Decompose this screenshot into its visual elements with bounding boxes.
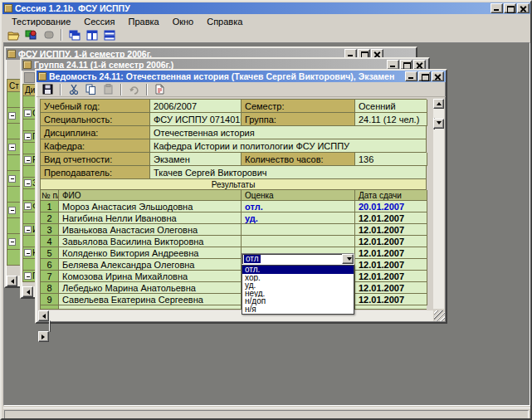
field-value[interactable]: Ткачев Сергей Викторович: [150, 166, 427, 179]
row-date[interactable]: 12.01.2007: [355, 247, 427, 259]
row-grade-editing[interactable]: [242, 224, 355, 236]
tree-cell[interactable]: [7, 92, 21, 108]
field-value[interactable]: 2006/2007: [150, 100, 242, 113]
scroll-down-icon[interactable]: [433, 119, 444, 129]
sheet-window[interactable]: Ведомость 24.11: Отечественная история (…: [35, 69, 447, 324]
tree-cell[interactable]: [7, 171, 21, 187]
w3-minimize-button[interactable]: [405, 71, 417, 81]
sheet-titlebar[interactable]: Ведомость 24.11: Отечественная история (…: [37, 71, 446, 82]
row-name[interactable]: Нагибина Нелли Ивановна: [59, 212, 242, 224]
semester-grid-strip[interactable]: Ст: [7, 79, 21, 266]
resize-grip[interactable]: [434, 310, 445, 321]
collapse-icon[interactable]: [24, 179, 32, 187]
report-icon[interactable]: [152, 83, 168, 96]
w3-close-button[interactable]: [432, 71, 444, 81]
sheet-vertical-scrollbar[interactable]: [433, 99, 444, 309]
collapse-icon[interactable]: [24, 272, 32, 280]
scroll-left-icon[interactable]: [7, 276, 17, 286]
row-name[interactable]: Иванькова Анастасия Олеговна: [59, 224, 242, 236]
collapse-icon[interactable]: [8, 112, 16, 120]
copy-icon[interactable]: [83, 83, 99, 96]
row-name[interactable]: Завьялова Василина Викторовна: [59, 236, 242, 247]
table-row[interactable]: 1 Мороз Анастасия Эльшодовна отл. 20.01.…: [41, 201, 427, 212]
collapse-icon[interactable]: [24, 249, 32, 256]
row-grade[interactable]: уд.: [242, 212, 355, 224]
combobox-dropdown-icon[interactable]: [342, 254, 354, 264]
row-date[interactable]: 12.01.2007: [355, 294, 427, 305]
row-grade[interactable]: отл.: [242, 201, 355, 212]
collapse-icon[interactable]: [24, 156, 32, 164]
grade-combobox[interactable]: отл: [242, 253, 354, 265]
field-value[interactable]: Отечественная история: [150, 126, 427, 139]
field-value[interactable]: 136: [355, 153, 427, 166]
main-minimize-button[interactable]: [491, 3, 503, 13]
scroll-left-icon[interactable]: [38, 310, 49, 321]
open-folder-icon[interactable]: [6, 28, 22, 42]
collapse-icon[interactable]: [8, 238, 16, 246]
main-close-button[interactable]: [517, 3, 530, 13]
table-row-partial[interactable]: [41, 305, 427, 310]
collapse-icon[interactable]: [24, 133, 32, 140]
row-grade[interactable]: [242, 236, 355, 247]
row-name[interactable]: Комозова Ирина Михайловна: [59, 271, 242, 282]
row-date[interactable]: 12.01.2007: [355, 259, 427, 271]
tree-cell[interactable]: [7, 234, 21, 250]
table-row[interactable]: 7 Комозова Ирина Михайловна 12.01.2007: [41, 271, 427, 282]
tile-horizontal-icon[interactable]: [101, 28, 117, 42]
main-maximize-button[interactable]: [504, 3, 516, 13]
tree-cell[interactable]: [7, 187, 21, 203]
tree-cell[interactable]: [7, 108, 21, 124]
row-date[interactable]: 20.01.2007: [355, 201, 427, 212]
dropdown-option[interactable]: отл.: [242, 266, 354, 274]
row-date[interactable]: 12.01.2007: [355, 212, 427, 224]
tree-cell[interactable]: [7, 250, 21, 266]
menu-window[interactable]: Окно: [167, 16, 200, 27]
tree-cell[interactable]: [7, 155, 21, 171]
row-name[interactable]: Беляева Александра Олеговна: [59, 259, 242, 271]
collapse-icon[interactable]: [8, 144, 16, 151]
row-date[interactable]: 12.01.2007: [355, 282, 427, 294]
collapse-icon[interactable]: [24, 226, 32, 233]
scroll-up-icon[interactable]: [433, 99, 444, 109]
scroll-right-icon[interactable]: [38, 331, 49, 342]
tests-icon[interactable]: [23, 28, 39, 42]
table-row[interactable]: 3 Иванькова Анастасия Олеговна 12.01.200…: [41, 224, 427, 236]
tile-vertical-icon[interactable]: [84, 28, 100, 42]
collapse-icon[interactable]: [8, 175, 16, 183]
dropdown-option[interactable]: н/я: [242, 305, 354, 314]
field-value[interactable]: 24.11 (12 чел.): [355, 113, 427, 126]
tree-cell[interactable]: [7, 218, 21, 234]
row-date[interactable]: 12.01.2007: [355, 236, 427, 247]
row-name[interactable]: Мороз Анастасия Эльшодовна: [59, 201, 242, 212]
menu-session[interactable]: Сессия: [78, 16, 120, 27]
row-name[interactable]: Савельева Екатерина Сергеевна: [59, 294, 242, 305]
sheet-horizontal-scrollbar[interactable]: [38, 310, 433, 321]
main-titlebar[interactable]: Сессия 1.2.1b. ФСУ ИСППУ: [2, 2, 531, 14]
dropdown-option[interactable]: неуд.: [242, 290, 354, 298]
save-icon[interactable]: [40, 83, 56, 96]
tree-cell[interactable]: [7, 139, 21, 155]
row-date[interactable]: 12.01.2007: [355, 271, 427, 282]
scroll-left-icon[interactable]: [22, 286, 33, 297]
horizontal-scroll-thumb[interactable]: [49, 320, 51, 332]
cascade-windows-icon[interactable]: [66, 28, 82, 42]
collapse-icon[interactable]: [24, 203, 32, 210]
menu-help[interactable]: Справка: [201, 16, 248, 27]
tree-cell[interactable]: [7, 124, 21, 139]
field-value[interactable]: ФСУ ИСППУ 07140165 СКД: [150, 113, 242, 126]
field-value[interactable]: Кафедра Истории и политологии ФСУ ИСППУ: [150, 139, 427, 153]
table-row[interactable]: 2 Нагибина Нелли Ивановна уд. 12.01.2007: [41, 212, 427, 224]
tree-cell[interactable]: [7, 203, 21, 218]
row-name[interactable]: Лебедько Марина Анатольевна: [59, 282, 242, 294]
field-value[interactable]: Экзамен: [150, 153, 242, 166]
row-date[interactable]: 12.01.2007: [355, 224, 427, 236]
dropdown-option[interactable]: уд.: [242, 281, 354, 290]
table-row[interactable]: 5 Коляденко Виктория Андреевна 12.01.200…: [41, 247, 427, 259]
table-row[interactable]: 4 Завьялова Василина Викторовна 12.01.20…: [41, 236, 427, 247]
field-value[interactable]: Осенний: [355, 100, 427, 113]
cut-icon[interactable]: [66, 83, 81, 96]
table-row[interactable]: 9 Савельева Екатерина Сергеевна хор. 12.…: [41, 294, 427, 305]
row-name[interactable]: Коляденко Виктория Андреевна: [59, 247, 242, 259]
dropdown-option[interactable]: н/доп: [242, 297, 354, 305]
dropdown-option[interactable]: хор.: [242, 274, 354, 282]
